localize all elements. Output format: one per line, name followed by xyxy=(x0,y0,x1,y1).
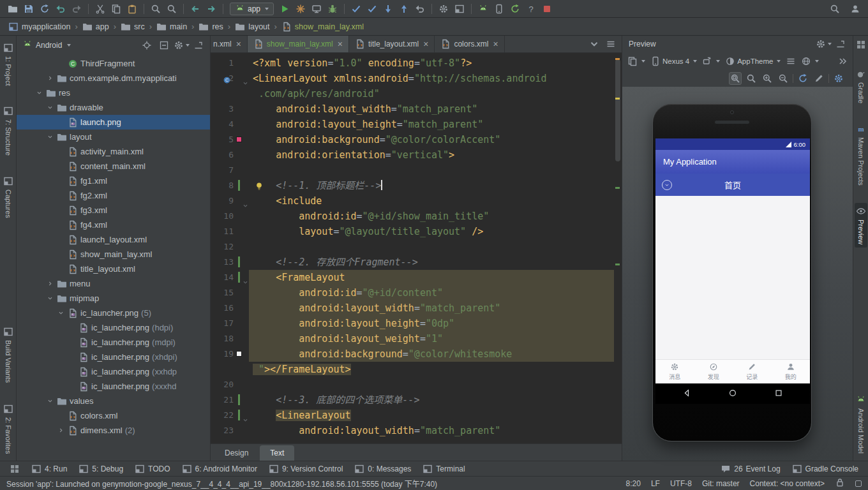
debug-button[interactable] xyxy=(325,1,340,17)
toolwindow-button-6-android-monitor[interactable]: 6: Android Monitor xyxy=(176,461,263,476)
editor-tab-list-button[interactable] xyxy=(588,38,600,50)
user-avatar-button[interactable] xyxy=(848,1,863,17)
device-control[interactable]: Nexus 4 xyxy=(650,56,697,66)
editor-scrollbar[interactable] xyxy=(614,53,622,443)
breadcrumb-item-layout[interactable]: layout xyxy=(233,20,271,33)
toolwindow-button-todo[interactable]: TODO xyxy=(129,461,176,476)
tree-item-title-layout-xml[interactable]: title_layout.xml xyxy=(17,262,210,276)
tree-item-dimens-xml-2[interactable]: dimens.xml (2) xyxy=(17,423,210,438)
tree-item-fg3-xml[interactable]: fg3.xml xyxy=(17,203,210,218)
open-project-button[interactable] xyxy=(5,1,20,17)
stripe-button-captures[interactable]: Captures xyxy=(2,173,15,221)
file-encoding[interactable]: UTF-8 xyxy=(670,479,692,488)
help-button[interactable] xyxy=(523,1,539,17)
stripe-button-7-structure[interactable]: 7: Structure xyxy=(2,103,15,159)
code-editor[interactable]: 1<?xml version="1.0" encoding="utf-8"?>2… xyxy=(211,53,622,443)
settings-button[interactable] xyxy=(436,1,451,17)
tree-item-ic-launcher-png-xxhdp[interactable]: ic_launcher.png (xxhdp xyxy=(17,364,210,379)
tree-item-fg1-xml[interactable]: fg1.xml xyxy=(17,174,210,188)
stripe-button-2-favorites[interactable]: 2: Favorites xyxy=(2,401,15,457)
refresh-preview-button[interactable] xyxy=(797,72,809,85)
toolwindow-button-9-version-control[interactable]: 9: Version Control xyxy=(263,461,348,476)
tree-item-drawable[interactable]: drawable xyxy=(17,100,210,115)
tree-item-ic-launcher-png-mdpi[interactable]: ic_launcher.png (mdpi) xyxy=(17,335,210,350)
close-icon[interactable]: × xyxy=(493,40,498,48)
breadcrumb-item-show-main-lay-xml[interactable]: show_main_lay.xml xyxy=(280,20,366,33)
zoom-actual-button[interactable] xyxy=(745,72,758,85)
view-options-button[interactable] xyxy=(176,40,187,51)
vcs-status-button[interactable] xyxy=(364,1,380,17)
editor-tab-show-main-lay-xml[interactable]: show_main_lay.xml× xyxy=(248,36,349,52)
zoom-fit-button[interactable] xyxy=(729,72,742,85)
tree-item-launch-png[interactable]: launch.png xyxy=(17,115,210,130)
tree-item-content-main-xml[interactable]: content_main.xml xyxy=(17,159,210,174)
update-project-button[interactable] xyxy=(380,1,396,17)
tree-item-res[interactable]: res xyxy=(17,85,210,100)
avd-manager-button[interactable] xyxy=(491,1,507,17)
stripe-button-1-project[interactable]: 1: Project xyxy=(2,40,15,89)
tree-item-show-main-lay-xml[interactable]: show_main_lay.xml xyxy=(17,247,210,262)
tree-item-ic-launcher-png-hdpi[interactable]: ic_launcher.png (hdpi) xyxy=(17,320,210,335)
editor-tab-menu-button[interactable] xyxy=(605,38,617,50)
toolwindow-button-4-run[interactable]: 4: Run xyxy=(26,461,73,476)
caret-position[interactable]: 8:20 xyxy=(626,479,641,488)
sdk-manager-button[interactable] xyxy=(475,1,491,17)
breadcrumb-item-main[interactable]: main xyxy=(154,20,189,33)
back-button[interactable] xyxy=(188,1,203,17)
run-config-selector[interactable]: app xyxy=(230,3,274,15)
redo-button[interactable] xyxy=(69,1,84,17)
tree-item-activity-main-xml[interactable]: activity_main.xml xyxy=(17,144,210,159)
replace-button[interactable] xyxy=(164,1,179,17)
tree-item-fg2-xml[interactable]: fg2.xml xyxy=(17,188,210,203)
overflow-control[interactable] xyxy=(837,56,848,66)
tree-item-values[interactable]: values xyxy=(17,394,210,408)
search-everywhere-button[interactable] xyxy=(827,1,842,17)
vcs-branch[interactable]: Git: master xyxy=(702,479,740,488)
orientation-control[interactable] xyxy=(702,56,720,66)
tool-buttons-toggle[interactable] xyxy=(856,40,866,52)
stripe-button-maven-projects[interactable]: Maven Projects xyxy=(855,121,867,189)
tool-window-switcher[interactable] xyxy=(4,461,26,476)
rollback-button[interactable] xyxy=(412,1,428,17)
stop-button[interactable] xyxy=(539,1,555,17)
zoom-in-button[interactable] xyxy=(761,72,774,85)
close-icon[interactable]: × xyxy=(236,40,241,48)
toolwindow-button-0-messages[interactable]: 0: Messages xyxy=(348,461,417,476)
copy-button[interactable] xyxy=(108,1,124,17)
stripe-button-android-model[interactable]: Android Model xyxy=(855,392,867,457)
forward-button[interactable] xyxy=(204,1,219,17)
tree-item-layout[interactable]: layout xyxy=(17,130,210,144)
tree-item-colors-xml[interactable]: colors.xml xyxy=(17,408,210,423)
tree-item-fg4-xml[interactable]: fg4.xml xyxy=(17,218,210,232)
paste-button[interactable] xyxy=(124,1,140,17)
scrollbar-thumb[interactable] xyxy=(615,59,620,161)
preview-gear-button[interactable] xyxy=(832,72,845,85)
breadcrumb-item-src[interactable]: src xyxy=(119,20,147,33)
highlighting-level-indicator[interactable] xyxy=(855,480,862,487)
editor-tab-title-layout-xml[interactable]: title_layout.xml× xyxy=(349,36,435,52)
tree-item-mipmap[interactable]: mipmap xyxy=(17,291,210,306)
toolwindow-button-gradle-console[interactable]: Gradle Console xyxy=(786,461,864,476)
run-with-coverage-button[interactable] xyxy=(293,1,308,17)
close-icon[interactable]: × xyxy=(338,40,343,48)
scroll-to-source-button[interactable] xyxy=(141,40,153,51)
tree-item-ic-launcher-png-xxxhd[interactable]: ic_launcher.png (xxxhd xyxy=(17,379,210,394)
activity-menu-control[interactable] xyxy=(786,56,796,66)
render-options-button[interactable] xyxy=(812,72,825,85)
editor-mode-tab-text[interactable]: Text xyxy=(260,445,294,461)
tree-item-menu[interactable]: menu xyxy=(17,276,210,291)
vcs-checkout-button[interactable] xyxy=(348,1,364,17)
hide-preview-button[interactable] xyxy=(835,38,846,50)
preview-settings-menu-button[interactable] xyxy=(818,38,829,50)
toolwindow-button-terminal[interactable]: Terminal xyxy=(417,461,470,476)
breadcrumb-item-myapplication[interactable]: myapplication xyxy=(6,20,72,33)
find-button[interactable] xyxy=(148,1,163,17)
toolwindow-button-5-debug[interactable]: 5: Debug xyxy=(73,461,129,476)
save-all-button[interactable] xyxy=(21,1,36,17)
tree-item-com-example-dm-myapplicati[interactable]: com.example.dm.myapplicati xyxy=(17,71,210,85)
tree-item-thirdfragment[interactable]: ThirdFragment xyxy=(17,56,210,71)
breadcrumb-item-res[interactable]: res xyxy=(197,20,225,33)
stripe-button-gradle[interactable]: Gradle xyxy=(855,66,867,107)
line-separator[interactable]: LF xyxy=(651,479,660,488)
commit-changes-button[interactable] xyxy=(396,1,412,17)
